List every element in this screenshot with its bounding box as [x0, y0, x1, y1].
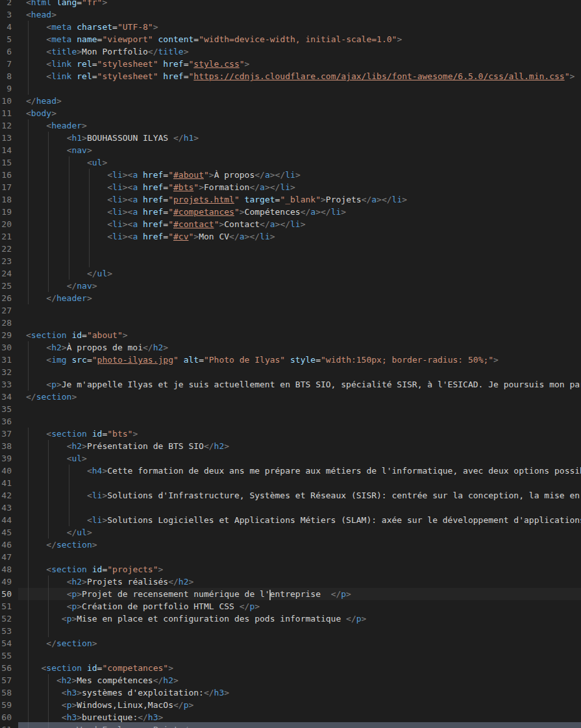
code-line[interactable]: <p>Projet de recensement numérique de l'… — [18, 588, 581, 600]
line-number[interactable]: 26 — [0, 292, 18, 304]
line-number[interactable]: 53 — [0, 625, 18, 637]
code-lines[interactable]: <html lang="fr"><head> <meta charset="UT… — [18, 0, 581, 728]
code-line[interactable]: <meta name="viewport" content="width=dev… — [18, 33, 581, 45]
line-number[interactable]: 7 — [0, 58, 18, 70]
line-number[interactable]: 13 — [0, 132, 18, 144]
line-number[interactable]: 51 — [0, 600, 18, 613]
code-line[interactable]: <li><a href="projets.html" target="_blan… — [18, 193, 581, 206]
code-line[interactable]: <li><a href="#cv">Mon CV</a></li> — [18, 230, 581, 243]
code-line[interactable]: </ul> — [18, 526, 581, 539]
code-line[interactable]: </nav> — [18, 280, 581, 292]
code-line[interactable]: <h2>Présentation de BTS SIO</h2> — [18, 440, 581, 452]
code-line[interactable]: <title>Mon Portfolio</title> — [18, 45, 581, 58]
line-number[interactable]: 40 — [0, 465, 18, 477]
code-line[interactable]: <section id="about"> — [18, 329, 581, 341]
line-number[interactable]: 3 — [0, 8, 18, 21]
code-line[interactable]: </header> — [18, 292, 581, 304]
code-line[interactable]: <li>Solutions Logicielles et Application… — [18, 514, 581, 526]
line-number[interactable]: 39 — [0, 452, 18, 465]
code-line[interactable]: </section> — [18, 637, 581, 649]
line-number[interactable]: 27 — [0, 304, 18, 317]
code-line[interactable] — [18, 255, 581, 267]
line-number[interactable]: 19 — [0, 206, 18, 218]
code-line[interactable]: <ul> — [18, 452, 581, 465]
line-number[interactable]: 5 — [0, 33, 18, 45]
code-line[interactable] — [18, 403, 581, 415]
code-line[interactable] — [18, 304, 581, 317]
line-number[interactable]: 18 — [0, 193, 18, 206]
line-number[interactable]: 59 — [0, 699, 18, 711]
line-number[interactable]: 21 — [0, 230, 18, 243]
line-number[interactable]: 23 — [0, 255, 18, 267]
line-number[interactable]: 33 — [0, 378, 18, 391]
code-line[interactable] — [18, 82, 581, 95]
line-number[interactable]: 35 — [0, 403, 18, 415]
code-line[interactable]: <li><a href="#bts">Formation</a></li> — [18, 181, 581, 193]
line-number[interactable]: 32 — [0, 366, 18, 378]
line-number[interactable]: 8 — [0, 70, 18, 82]
line-number[interactable]: 42 — [0, 489, 18, 502]
code-line[interactable]: <h3>systèmes d'exploitation:</h3> — [18, 686, 581, 699]
code-line[interactable]: <img src="photo-ilyas.jpg" alt="Photo de… — [18, 354, 581, 366]
code-line[interactable]: <h4>Cette formation de deux ans me prépa… — [18, 465, 581, 477]
code-line[interactable]: <p>Mise en place et configuration des po… — [18, 613, 581, 625]
code-line[interactable]: <p>Je m'appelle Ilyas et je suis actuell… — [18, 378, 581, 391]
code-line[interactable]: <li>Solutions d'Infrastructure, Systèmes… — [18, 489, 581, 502]
line-number[interactable]: 15 — [0, 156, 18, 169]
line-number[interactable]: 57 — [0, 674, 18, 686]
code-line[interactable]: </head> — [18, 95, 581, 107]
code-line[interactable]: <p>Création de portfolio HTML CSS </p> — [18, 600, 581, 613]
code-line[interactable] — [18, 551, 581, 563]
line-number[interactable]: 11 — [0, 107, 18, 119]
line-number[interactable]: 30 — [0, 341, 18, 354]
code-line[interactable]: <section id="bts"> — [18, 428, 581, 440]
line-number[interactable]: 50 — [0, 588, 18, 600]
code-line[interactable]: <p>Windows,Linux,MacOs</p> — [18, 699, 581, 711]
code-line[interactable] — [18, 625, 581, 637]
line-number[interactable]: 12 — [0, 119, 18, 132]
line-number[interactable]: 54 — [0, 637, 18, 649]
code-line[interactable] — [18, 502, 581, 514]
line-number[interactable]: 10 — [0, 95, 18, 107]
code-line[interactable] — [18, 317, 581, 329]
line-number[interactable]: 58 — [0, 686, 18, 699]
code-line[interactable]: <li><a href="#contact">Contact</a></li> — [18, 218, 581, 230]
line-number[interactable]: 44 — [0, 514, 18, 526]
code-line[interactable]: <h2>Mes compétences</h2> — [18, 674, 581, 686]
code-line[interactable]: </section> — [18, 391, 581, 403]
code-line[interactable]: <header> — [18, 119, 581, 132]
line-number[interactable]: 2 — [0, 0, 18, 8]
line-number[interactable]: 37 — [0, 428, 18, 440]
line-number[interactable]: 22 — [0, 243, 18, 255]
line-number[interactable]: 34 — [0, 391, 18, 403]
line-number[interactable]: 47 — [0, 551, 18, 563]
code-line[interactable]: <li><a href="#about">À propos</a></li> — [18, 169, 581, 181]
code-line[interactable]: <h2>Projets réalisés</h2> — [18, 576, 581, 588]
line-number[interactable]: 41 — [0, 477, 18, 489]
line-number[interactable]: 36 — [0, 415, 18, 428]
line-number[interactable]: 43 — [0, 502, 18, 514]
code-line[interactable]: <html lang="fr"> — [18, 0, 581, 8]
line-number[interactable]: 20 — [0, 218, 18, 230]
line-number[interactable]: 4 — [0, 21, 18, 33]
code-line[interactable]: <link rel="stylesheet" href="style.css"> — [18, 58, 581, 70]
line-number[interactable]: 46 — [0, 539, 18, 551]
code-line[interactable]: <ul> — [18, 156, 581, 169]
line-number[interactable]: 31 — [0, 354, 18, 366]
code-line[interactable] — [18, 415, 581, 428]
horizontal-scrollbar-track[interactable] — [0, 722, 581, 728]
line-number[interactable]: 55 — [0, 649, 18, 662]
line-number[interactable]: 17 — [0, 181, 18, 193]
line-number[interactable]: 24 — [0, 267, 18, 280]
code-line[interactable]: <body> — [18, 107, 581, 119]
code-line[interactable]: <section id="competances"> — [18, 662, 581, 674]
line-number[interactable]: 52 — [0, 613, 18, 625]
line-number[interactable]: 16 — [0, 169, 18, 181]
code-line[interactable] — [18, 243, 581, 255]
code-line[interactable]: <nav> — [18, 144, 581, 156]
line-number[interactable]: 56 — [0, 662, 18, 674]
line-number[interactable]: 29 — [0, 329, 18, 341]
line-number[interactable]: 6 — [0, 45, 18, 58]
line-number[interactable]: 14 — [0, 144, 18, 156]
horizontal-scrollbar[interactable] — [18, 722, 581, 728]
